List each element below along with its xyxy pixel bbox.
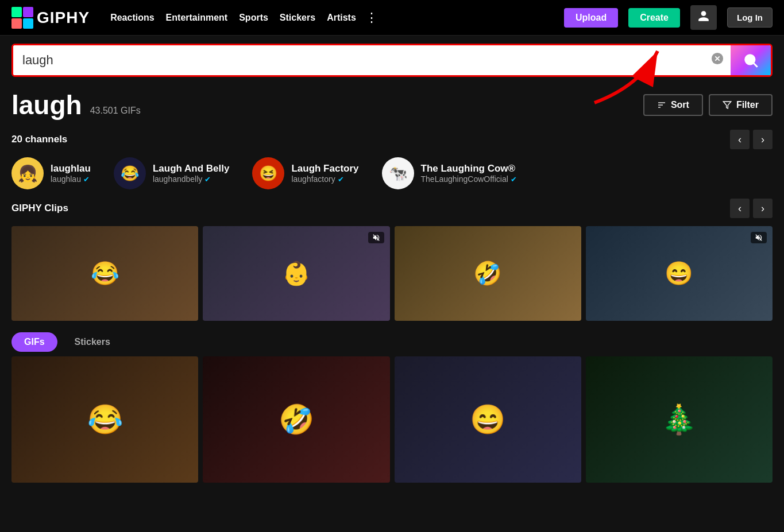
channel-name-laughlau: laughlau — [51, 163, 91, 174]
channels-section-title: 20 channels — [11, 134, 67, 145]
channel-info-laughlau: laughlau laughlau ✔ — [51, 163, 91, 184]
sort-button[interactable]: Sort — [643, 94, 703, 116]
channels-next-button[interactable]: › — [753, 130, 773, 149]
clip-item-1[interactable]: 😂 — [11, 226, 198, 321]
clip-thumbnail-2: 👶 — [203, 226, 389, 321]
content-tabs: GIFs Stickers — [0, 325, 784, 356]
channel-info-laughandbelly: Laugh And Belly laughandbelly ✔ — [153, 163, 230, 184]
gif-item-4[interactable]: 🎄 — [586, 356, 773, 483]
login-button[interactable]: Log In — [727, 7, 773, 28]
search-clear-button[interactable] — [704, 52, 731, 68]
gif-thumb-2: 🤣 — [203, 356, 389, 483]
logo-icon — [11, 7, 33, 29]
channel-name-laughandbelly: Laugh And Belly — [153, 163, 230, 174]
channel-avatar-laughingcow: 🐄 — [382, 157, 414, 189]
main-nav: Reactions Entertainment Sports Stickers … — [106, 10, 380, 25]
channel-handle-laughfactory: laughfactory ✔ — [291, 174, 358, 184]
svg-marker-7 — [723, 102, 731, 108]
search-bar — [11, 44, 773, 77]
clips-section: GIPHY Clips ‹ › 😂 👶 🤣 😄 — [0, 194, 784, 325]
upload-button[interactable]: Upload — [564, 8, 618, 28]
search-input[interactable] — [13, 45, 704, 75]
channels-nav-arrows: ‹ › — [730, 130, 773, 149]
results-header: laugh 43.501 GIFs Sort Filter — [0, 83, 784, 125]
channel-item-laughingcow[interactable]: 🐄 The Laughing Cow® TheLaughingCowOffici… — [382, 157, 517, 189]
svg-point-1 — [746, 55, 755, 64]
verified-icon-laughandbelly: ✔ — [204, 175, 211, 184]
header: GIPHY Reactions Entertainment Sports Sti… — [0, 0, 784, 36]
channel-avatar-laughfactory: 😆 — [252, 157, 284, 189]
clip-mute-4[interactable] — [751, 232, 767, 243]
clips-next-button[interactable]: › — [753, 199, 773, 218]
channel-handle-laughingcow: TheLaughingCowOfficial ✔ — [421, 174, 517, 184]
channel-handle-laughandbelly: laughandbelly ✔ — [153, 174, 230, 184]
filter-button[interactable]: Filter — [709, 94, 773, 116]
clips-grid: 😂 👶 🤣 😄 — [11, 226, 773, 321]
clip-thumbnail-1: 😂 — [11, 226, 198, 321]
gif-thumb-3: 😄 — [395, 356, 581, 483]
verified-icon-laughlau: ✔ — [83, 175, 90, 184]
channel-name-laughfactory: Laugh Factory — [291, 163, 358, 174]
clip-item-4[interactable]: 😄 — [586, 226, 773, 321]
more-menu-icon[interactable]: ⋮ — [363, 10, 380, 25]
clip-mute-2[interactable] — [368, 232, 384, 243]
clip-item-2[interactable]: 👶 — [203, 226, 389, 321]
channels-section: 20 channels ‹ › 👧 laughlau laughlau ✔ 😂 — [0, 125, 784, 194]
channel-handle-laughlau: laughlau ✔ — [51, 174, 91, 184]
channel-avatar-laughandbelly: 😂 — [114, 157, 146, 189]
channel-avatar-laughlau: 👧 — [11, 157, 44, 189]
gif-grid: 😂 🤣 😄 🎄 — [0, 356, 784, 483]
gif-thumb-4: 🎄 — [586, 356, 773, 483]
search-section — [0, 36, 784, 83]
clip-thumbnail-4: 😄 — [586, 226, 773, 321]
nav-artists[interactable]: Artists — [322, 10, 361, 25]
channel-item-laughandbelly[interactable]: 😂 Laugh And Belly laughandbelly ✔ — [114, 157, 230, 189]
results-count: 43.501 GIFs — [90, 106, 141, 121]
nav-stickers[interactable]: Stickers — [275, 10, 320, 25]
gif-item-1[interactable]: 😂 — [11, 356, 198, 483]
channels-prev-button[interactable]: ‹ — [730, 130, 750, 149]
channel-item-laughfactory[interactable]: 😆 Laugh Factory laughfactory ✔ — [252, 157, 358, 189]
gif-thumb-1: 😂 — [11, 356, 198, 483]
channel-info-laughfactory: Laugh Factory laughfactory ✔ — [291, 163, 358, 184]
channel-item-laughlau[interactable]: 👧 laughlau laughlau ✔ — [11, 157, 91, 189]
tab-stickers[interactable]: Stickers — [62, 332, 123, 352]
nav-entertainment[interactable]: Entertainment — [161, 10, 233, 25]
verified-icon-laughfactory: ✔ — [338, 175, 344, 184]
clips-section-title: GIPHY Clips — [11, 203, 68, 214]
nav-reactions[interactable]: Reactions — [106, 10, 159, 25]
clip-item-3[interactable]: 🤣 — [395, 226, 581, 321]
create-button[interactable]: Create — [628, 8, 680, 28]
channels-section-header: 20 channels ‹ › — [11, 130, 773, 149]
channel-info-laughingcow: The Laughing Cow® TheLaughingCowOfficial… — [421, 163, 517, 184]
gif-item-2[interactable]: 🤣 — [203, 356, 389, 483]
search-submit-button[interactable] — [731, 45, 771, 75]
logo-text: GIPHY — [37, 9, 90, 27]
clips-nav-arrows: ‹ › — [730, 199, 773, 218]
verified-icon-laughingcow: ✔ — [511, 175, 517, 184]
channels-row: 👧 laughlau laughlau ✔ 😂 Laugh And Belly … — [11, 157, 773, 189]
svg-line-2 — [754, 63, 757, 67]
user-icon-button[interactable] — [690, 5, 717, 30]
logo[interactable]: GIPHY — [11, 7, 90, 29]
tab-gifs[interactable]: GIFs — [11, 332, 57, 352]
results-title: laugh — [11, 90, 82, 121]
clips-section-header: GIPHY Clips ‹ › — [11, 199, 773, 218]
channel-name-laughingcow: The Laughing Cow® — [421, 163, 517, 174]
nav-sports[interactable]: Sports — [234, 10, 273, 25]
clips-prev-button[interactable]: ‹ — [730, 199, 750, 218]
clip-thumbnail-3: 🤣 — [395, 226, 581, 321]
results-actions: Sort Filter — [643, 94, 773, 116]
gif-item-3[interactable]: 😄 — [395, 356, 581, 483]
